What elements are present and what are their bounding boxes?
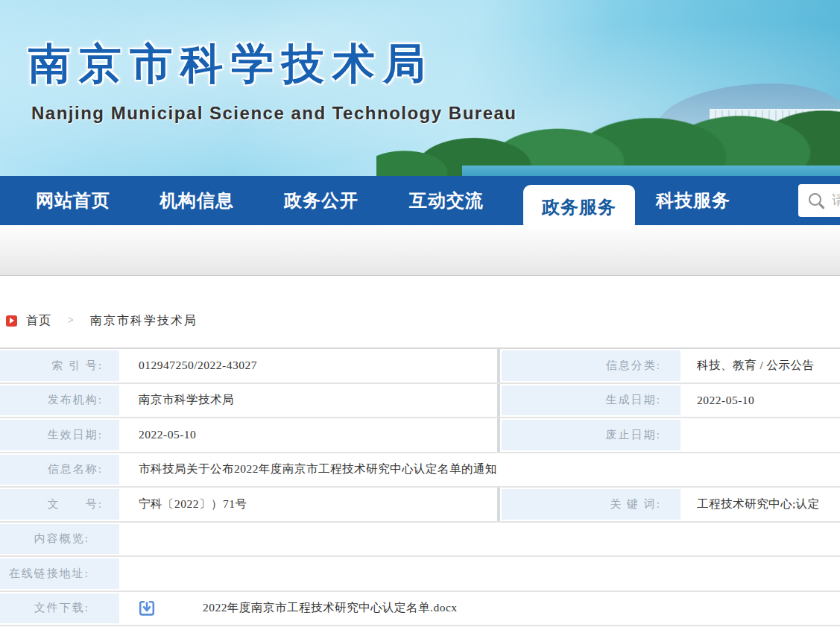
field-index-number-value: 012947250/2022-43027 <box>125 349 496 382</box>
cell-divider <box>496 349 502 382</box>
nav-item-organization[interactable]: 机构信息 <box>160 176 234 225</box>
table-row: 在线链接地址: <box>0 557 840 592</box>
breadcrumb-home-link[interactable]: 首页 <box>26 313 51 329</box>
cell-gap <box>119 349 125 382</box>
info-table: 索 引 号: 012947250/2022-43027 信息分类: 科技、教育 … <box>0 347 840 626</box>
field-info-title-value: 市科技局关于公布2022年度南京市工程技术研究中心认定名单的通知 <box>125 453 840 487</box>
field-download-label: 文件下载: <box>0 592 119 626</box>
field-effective-date-value: 2022-05-10 <box>125 418 496 452</box>
search-input[interactable] <box>832 192 840 209</box>
nav-item-gov-services-active[interactable]: 政务服务 <box>523 185 635 229</box>
field-keywords-value: 工程技术研究中心;认定 <box>685 488 840 521</box>
field-category-value: 科技、教育 / 公示公告 <box>685 349 840 382</box>
field-doc-number-value: 宁科〔2022〕）71号 <box>125 488 496 521</box>
cell-gap <box>119 488 125 521</box>
search-box[interactable] <box>798 184 840 217</box>
table-row: 文件下载: 2022年度南京市工程技术研究中心认定名单.docx <box>0 592 840 627</box>
field-category-label: 信息分类: <box>502 349 680 382</box>
field-created-date-label: 生成日期: <box>502 384 680 418</box>
download-file-link[interactable]: 2022年度南京市工程技术研究中心认定名单.docx <box>203 600 458 616</box>
table-row: 信息名称: 市科技局关于公布2022年度南京市工程技术研究中心认定名单的通知 <box>0 453 840 488</box>
field-expiry-date-value <box>685 418 840 452</box>
site-title-english: Nanjing Municipal Science and Technology… <box>31 103 517 124</box>
field-online-link-label: 在线链接地址: <box>0 557 119 590</box>
site-title-chinese: 南京市科学技术局 <box>28 36 434 93</box>
nav-item-interaction[interactable]: 互动交流 <box>409 176 484 225</box>
field-summary-label: 内容概览: <box>0 523 119 556</box>
breadcrumb: 首页 > 南京市科学技术局 <box>6 313 840 328</box>
table-row: 内容概览: <box>0 523 840 558</box>
site-banner: 南京市科学技术局 Nanjing Municipal Science and T… <box>0 0 840 176</box>
field-online-link-value <box>125 557 840 590</box>
table-row: 索 引 号: 012947250/2022-43027 信息分类: 科技、教育 … <box>0 349 840 384</box>
breadcrumb-play-icon <box>6 315 17 327</box>
cell-divider <box>496 488 502 521</box>
nav-item-home[interactable]: 网站首页 <box>36 176 110 225</box>
field-keywords-label: 关 键 词: <box>502 488 680 521</box>
cell-divider <box>496 418 502 452</box>
download-icon[interactable] <box>139 600 155 617</box>
nav-item-tech-services[interactable]: 科技服务 <box>656 176 730 225</box>
cell-gap <box>119 453 125 487</box>
field-expiry-date-label: 废止日期: <box>502 418 680 452</box>
breadcrumb-separator-icon: > <box>68 315 74 327</box>
search-icon <box>809 193 821 206</box>
field-download-value: 2022年度南京市工程技术研究中心认定名单.docx <box>125 592 840 626</box>
cell-gap <box>119 592 125 626</box>
field-effective-date-label: 生效日期: <box>0 418 119 452</box>
field-created-date-value: 2022-05-10 <box>685 384 840 418</box>
field-index-number-label: 索 引 号: <box>0 349 119 382</box>
cell-gap <box>119 384 125 418</box>
table-row: 发布机构: 南京市科学技术局 生成日期: 2022-05-10 <box>0 384 840 419</box>
banner-water <box>462 166 840 176</box>
breadcrumb-current: 南京市科学技术局 <box>90 313 198 329</box>
cell-gap <box>119 557 125 590</box>
nav-sub-band <box>0 225 840 276</box>
main-nav: 网站首页 机构信息 政务公开 互动交流 政务服务 科技服务 <box>0 176 840 225</box>
cell-divider <box>496 384 502 418</box>
field-doc-number-label: 文 号: <box>0 488 119 521</box>
field-info-title-label: 信息名称: <box>0 453 119 487</box>
table-row: 文 号: 宁科〔2022〕）71号 关 键 词: 工程技术研究中心;认定 <box>0 488 840 523</box>
cell-gap <box>119 523 125 556</box>
cell-gap <box>119 418 125 452</box>
field-publisher-value: 南京市科学技术局 <box>125 384 496 418</box>
table-row: 生效日期: 2022-05-10 废止日期: <box>0 418 840 453</box>
field-publisher-label: 发布机构: <box>0 384 119 418</box>
nav-item-gov-disclosure[interactable]: 政务公开 <box>284 176 359 225</box>
field-summary-value <box>125 523 840 556</box>
